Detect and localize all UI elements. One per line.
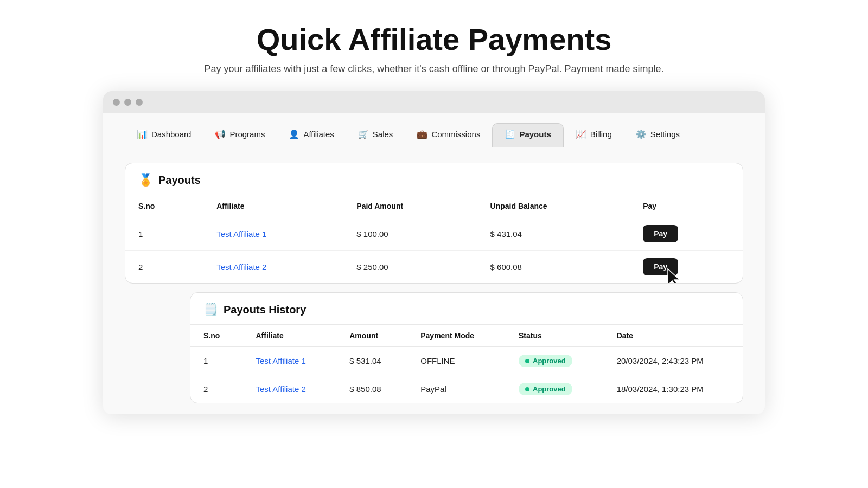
col-unpaid: Unpaid Balance <box>477 195 630 217</box>
nav-label-settings: Settings <box>650 130 680 139</box>
main-content: 🏅 Payouts S.no Affiliate Paid Amount Unp… <box>103 147 765 414</box>
status-badge-2: Approved <box>519 383 572 395</box>
payouts-card-header: 🏅 Payouts <box>125 163 743 195</box>
payouts-header-icon: 🏅 <box>138 173 153 187</box>
pay-button-1[interactable]: Pay <box>643 225 678 242</box>
row2-affiliate: Test Affiliate 2 <box>203 251 343 284</box>
nav-label-billing: Billing <box>590 130 612 139</box>
h-col-amount: Amount <box>336 325 407 347</box>
browser-dot-3 <box>136 99 143 106</box>
history-card-header: 🗒️ Payouts History <box>190 293 743 325</box>
h-row1-mode: OFFLINE <box>407 347 506 375</box>
row1-affiliate: Test Affiliate 1 <box>203 217 343 251</box>
nav-label-programs: Programs <box>229 130 265 139</box>
payouts-icon: 🧾 <box>505 129 515 139</box>
nav-item-commissions[interactable]: 💼 Commissions <box>405 124 492 147</box>
h-row2-affiliate: Test Affiliate 2 <box>242 375 336 403</box>
nav-item-affiliates[interactable]: 👤 Affiliates <box>277 124 346 147</box>
affiliate-link-2[interactable]: Test Affiliate 2 <box>216 262 266 272</box>
nav-item-billing[interactable]: 📈 Billing <box>564 124 624 147</box>
payouts-card-title: Payouts <box>158 174 201 187</box>
h-row1-affiliate: Test Affiliate 1 <box>242 347 336 375</box>
status-label-2: Approved <box>533 385 566 393</box>
row2-unpaid: $ 600.08 <box>477 251 630 284</box>
browser-window: 📊 Dashboard 📢 Programs 👤 Affiliates 🛒 Sa… <box>103 91 765 414</box>
history-table: S.no Affiliate Amount Payment Mode Statu… <box>190 325 743 403</box>
col-paid: Paid Amount <box>343 195 477 217</box>
payouts-history-card: 🗒️ Payouts History S.no Affiliate Amount… <box>190 292 743 403</box>
row2-pay: Pay <box>630 251 743 284</box>
table-row: 2 Test Affiliate 2 $ 850.08 PayPal Appro… <box>190 375 743 403</box>
nav-bar: 📊 Dashboard 📢 Programs 👤 Affiliates 🛒 Sa… <box>103 113 765 147</box>
nav-item-sales[interactable]: 🛒 Sales <box>346 124 405 147</box>
billing-icon: 📈 <box>576 129 586 139</box>
affiliate-link-1[interactable]: Test Affiliate 1 <box>216 229 266 239</box>
programs-icon: 📢 <box>215 129 226 139</box>
h-row2-mode: PayPal <box>407 375 506 403</box>
status-dot-2 <box>525 387 529 391</box>
h-row2-date: 18/03/2024, 1:30:23 PM <box>604 375 743 403</box>
payouts-tbody: 1 Test Affiliate 1 $ 100.00 $ 431.04 Pay <box>125 217 743 284</box>
settings-icon: ⚙️ <box>636 129 647 139</box>
payouts-thead: S.no Affiliate Paid Amount Unpaid Balanc… <box>125 195 743 217</box>
page-title: Quick Affiliate Payments <box>257 22 612 57</box>
h-col-mode: Payment Mode <box>407 325 506 347</box>
page-subtitle: Pay your affiliates with just a few clic… <box>204 63 663 75</box>
nav-label-payouts: Payouts <box>519 130 551 139</box>
nav-label-affiliates: Affiliates <box>303 130 334 139</box>
h-row1-status: Approved <box>506 347 604 375</box>
payouts-table: S.no Affiliate Paid Amount Unpaid Balanc… <box>125 195 743 283</box>
browser-dot-2 <box>124 99 131 106</box>
h-col-date: Date <box>604 325 743 347</box>
pay-button-2[interactable]: Pay <box>643 258 678 275</box>
history-header-row: S.no Affiliate Amount Payment Mode Statu… <box>190 325 743 347</box>
pay-button-2-container: Pay <box>643 258 678 275</box>
h-row2-status: Approved <box>506 375 604 403</box>
nav-label-commissions: Commissions <box>431 130 480 139</box>
browser-dot-1 <box>113 99 120 106</box>
col-sno: S.no <box>125 195 203 217</box>
row1-sno: 1 <box>125 217 203 251</box>
col-affiliate: Affiliate <box>203 195 343 217</box>
h-col-affiliate: Affiliate <box>242 325 336 347</box>
nav-label-dashboard: Dashboard <box>151 130 191 139</box>
h-row1-date: 20/03/2024, 2:43:23 PM <box>604 347 743 375</box>
table-row: 2 Test Affiliate 2 $ 250.00 $ 600.08 Pay <box>125 251 743 284</box>
nav-item-settings[interactable]: ⚙️ Settings <box>624 124 692 147</box>
h-col-sno: S.no <box>190 325 242 347</box>
nav-label-sales: Sales <box>373 130 393 139</box>
browser-titlebar <box>103 91 765 113</box>
nav-item-dashboard[interactable]: 📊 Dashboard <box>125 124 203 147</box>
affiliates-icon: 👤 <box>289 129 299 139</box>
h-row1-sno: 1 <box>190 347 242 375</box>
commissions-icon: 💼 <box>417 129 427 139</box>
history-header-icon: 🗒️ <box>203 303 218 317</box>
dashboard-icon: 📊 <box>137 129 148 139</box>
row1-paid: $ 100.00 <box>343 217 477 251</box>
nav-item-payouts[interactable]: 🧾 Payouts <box>492 123 563 147</box>
payouts-header-row: S.no Affiliate Paid Amount Unpaid Balanc… <box>125 195 743 217</box>
h-row2-amount: $ 850.08 <box>336 375 407 403</box>
col-pay: Pay <box>630 195 743 217</box>
status-label-1: Approved <box>533 357 566 365</box>
status-dot-1 <box>525 359 529 363</box>
row2-sno: 2 <box>125 251 203 284</box>
row2-paid: $ 250.00 <box>343 251 477 284</box>
payouts-card: 🏅 Payouts S.no Affiliate Paid Amount Unp… <box>125 163 743 284</box>
h-col-status: Status <box>506 325 604 347</box>
h-row1-amount: $ 531.04 <box>336 347 407 375</box>
h-affiliate-link-2[interactable]: Test Affiliate 2 <box>256 384 305 394</box>
nav-item-programs[interactable]: 📢 Programs <box>203 124 277 147</box>
history-thead: S.no Affiliate Amount Payment Mode Statu… <box>190 325 743 347</box>
history-tbody: 1 Test Affiliate 1 $ 531.04 OFFLINE Appr… <box>190 347 743 403</box>
table-row: 1 Test Affiliate 1 $ 100.00 $ 431.04 Pay <box>125 217 743 251</box>
history-card-title: Payouts History <box>224 304 306 316</box>
row1-pay: Pay <box>630 217 743 251</box>
status-badge-1: Approved <box>519 355 572 367</box>
row1-unpaid: $ 431.04 <box>477 217 630 251</box>
table-row: 1 Test Affiliate 1 $ 531.04 OFFLINE Appr… <box>190 347 743 375</box>
h-affiliate-link-1[interactable]: Test Affiliate 1 <box>256 356 305 365</box>
browser-content: 📊 Dashboard 📢 Programs 👤 Affiliates 🛒 Sa… <box>103 113 765 414</box>
sales-icon: 🛒 <box>358 129 369 139</box>
h-row2-sno: 2 <box>190 375 242 403</box>
